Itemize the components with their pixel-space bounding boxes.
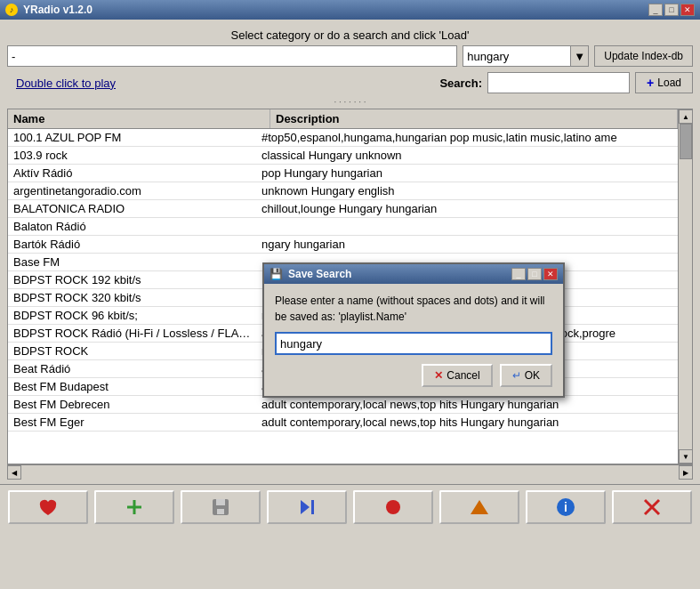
cancel-x-icon: ✕ [434,369,443,382]
modal-title-left: 💾 Save Search [270,268,351,280]
ok-label: OK [525,369,540,382]
modal-maximize-button[interactable]: □ [527,268,542,280]
save-search-dialog: 💾 Save Search _ □ ✕ Please enter a name … [262,262,565,398]
modal-title-bar: 💾 Save Search _ □ ✕ [264,264,563,284]
modal-minimize-button[interactable]: _ [511,268,526,280]
modal-overlay: 💾 Save Search _ □ ✕ Please enter a name … [0,0,700,589]
modal-name-input[interactable] [275,332,552,355]
modal-buttons: ✕ Cancel ↵ OK [275,364,552,387]
modal-body: Please enter a name (without spaces and … [264,284,563,396]
modal-title-text: Save Search [288,268,351,280]
ok-button[interactable]: ↵ OK [500,364,552,387]
modal-message: Please enter a name (without spaces and … [275,293,552,325]
ok-check-icon: ↵ [512,369,521,382]
cancel-button[interactable]: ✕ Cancel [422,364,492,387]
cancel-label: Cancel [447,369,479,382]
modal-window-controls: _ □ ✕ [511,268,558,280]
modal-close-button[interactable]: ✕ [543,268,558,280]
